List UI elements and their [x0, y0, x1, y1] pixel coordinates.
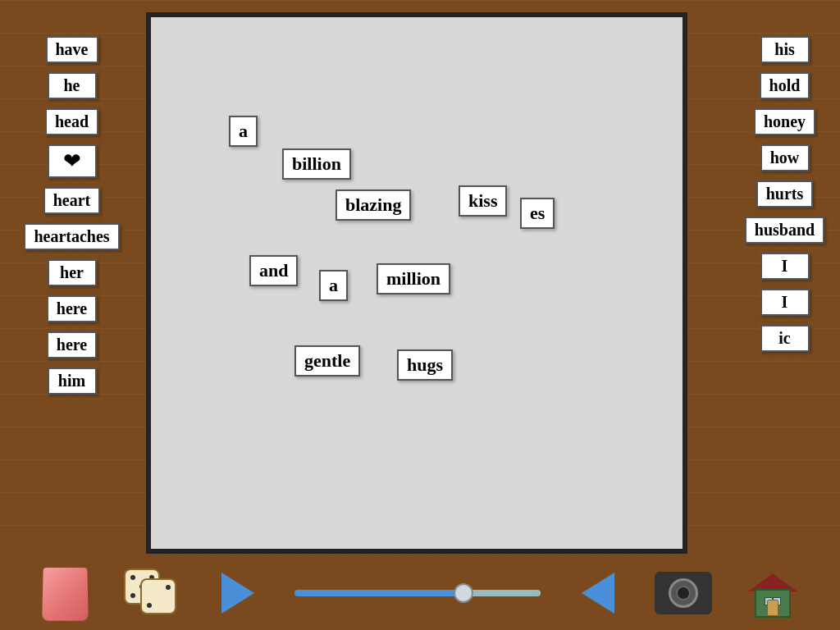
eraser-icon[interactable]	[42, 568, 89, 621]
toolbar	[0, 556, 840, 630]
left-sidebar-word-5[interactable]: heartaches	[24, 223, 119, 250]
board-tile-w-hugs[interactable]: hugs	[397, 349, 453, 381]
left-sidebar-word-4[interactable]: heart	[43, 187, 101, 214]
board-tile-w-and[interactable]: and	[249, 255, 298, 286]
left-sidebar-word-1[interactable]: he	[48, 72, 97, 99]
board-tile-w-kiss[interactable]: kiss	[459, 185, 507, 217]
right-sidebar-word-1[interactable]: hold	[760, 72, 810, 99]
board-tile-w-billion[interactable]: billion	[282, 148, 351, 180]
right-sidebar-word-5[interactable]: husband	[745, 217, 824, 244]
slider-container	[294, 590, 541, 596]
right-sidebar-word-2[interactable]: honey	[754, 108, 815, 135]
right-sidebar-word-0[interactable]: his	[760, 36, 810, 63]
board-tile-w-gentle[interactable]: gentle	[294, 345, 360, 377]
house-icon[interactable]	[748, 568, 797, 618]
dice-icon[interactable]	[124, 568, 181, 618]
left-sidebar-word-2[interactable]: head	[45, 108, 98, 135]
camera-icon[interactable]	[655, 572, 712, 614]
board-tile-w-es[interactable]: es	[520, 198, 555, 229]
board-tile-w-a1[interactable]: a	[229, 116, 258, 147]
right-sidebar-word-7[interactable]: I	[760, 289, 810, 316]
board-tile-w-blazing[interactable]: blazing	[336, 189, 411, 221]
board-tile-w-million[interactable]: million	[377, 263, 450, 294]
arrow-right-icon[interactable]	[578, 573, 619, 614]
left-sidebar-word-6[interactable]: her	[48, 259, 97, 286]
left-sidebar-word-9[interactable]: him	[48, 368, 97, 395]
left-sidebar: havehehead❤heartheartachesherhereherehim	[8, 33, 135, 398]
word-board[interactable]: abillionblazingkissesandamilliongentlehu…	[146, 12, 687, 554]
right-sidebar-word-3[interactable]: how	[760, 144, 810, 171]
right-sidebar-word-8[interactable]: ic	[760, 325, 810, 352]
house-body	[755, 589, 791, 618]
right-sidebar-word-4[interactable]: hurts	[756, 180, 814, 208]
house-door	[767, 600, 778, 616]
left-sidebar-word-0[interactable]: have	[46, 36, 98, 63]
zoom-slider[interactable]	[294, 590, 541, 596]
board-tile-w-a2[interactable]: a	[319, 270, 348, 301]
right-sidebar: hisholdhoneyhowhurtshusbandIIic	[737, 33, 832, 355]
left-sidebar-word-8[interactable]: here	[47, 331, 97, 358]
heart-tile[interactable]: ❤	[48, 144, 97, 178]
left-sidebar-word-7[interactable]: here	[47, 295, 97, 322]
right-sidebar-word-6[interactable]: I	[760, 253, 810, 280]
arrow-left-icon[interactable]	[217, 573, 258, 614]
